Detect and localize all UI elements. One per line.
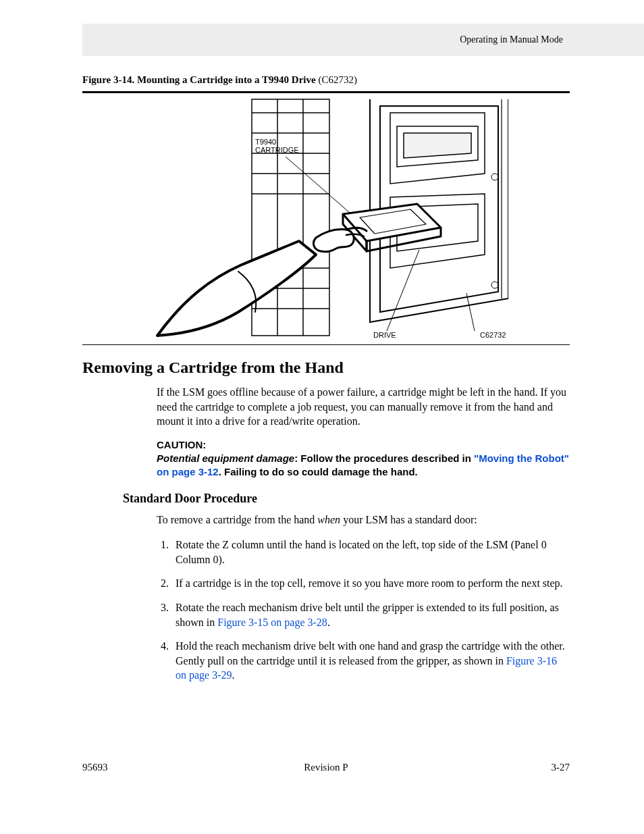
- step-4-after: .: [232, 669, 235, 681]
- caution-body-after: . Failing to do so could damage the hand…: [219, 466, 418, 477]
- svg-label-cartridge-2: CARTRIDGE: [255, 146, 299, 154]
- subheading: Standard Door Procedure: [123, 492, 570, 506]
- caution-body-before: : Follow the procedures described in: [294, 452, 474, 464]
- step-2-text: If a cartridge is in the top cell, remov…: [176, 577, 563, 589]
- svg-label-code: C62732: [480, 331, 506, 339]
- lead-in-after: your LSM has a standard door:: [340, 514, 477, 525]
- running-head-text: Operating in Manual Mode: [460, 34, 563, 45]
- svg-point-11: [491, 174, 498, 180]
- caution-warning-italic: Potential equipment damage: [157, 452, 294, 464]
- figure-caption: Figure 3-14. Mounting a Cartridge into a…: [82, 74, 570, 86]
- procedure-steps: Rotate the Z column until the hand is lo…: [157, 538, 570, 683]
- page-footer: 95693 Revision P 3-27: [82, 762, 570, 773]
- step-3: Rotate the reach mechanism drive belt un…: [171, 600, 570, 629]
- running-header: Operating in Manual Mode: [82, 24, 644, 56]
- step-1-text: Rotate the Z column until the hand is lo…: [176, 539, 547, 565]
- step-3-link[interactable]: Figure 3-15 on page 3-28: [217, 617, 327, 628]
- lead-in-before: To remove a cartridge from the hand: [157, 514, 317, 525]
- step-2: If a cartridge is in the top cell, remov…: [171, 576, 570, 591]
- caution-block: CAUTION: Potential equipment damage: Fol…: [157, 438, 570, 479]
- step-1: Rotate the Z column until the hand is lo…: [171, 538, 570, 567]
- footer-center: Revision P: [82, 762, 570, 773]
- figure-caption-code: (C62732): [316, 74, 357, 85]
- step-3-after: .: [327, 617, 330, 628]
- lead-in-ital: when: [317, 514, 340, 525]
- figure-caption-bold: Figure 3-14. Mounting a Cartridge into a…: [82, 74, 316, 85]
- svg-line-13: [286, 157, 350, 213]
- svg-rect-0: [252, 99, 329, 336]
- figure-rule-bottom: [82, 344, 570, 345]
- svg-label-cartridge-1: T9940: [255, 138, 276, 146]
- svg-line-14: [387, 250, 419, 331]
- section-heading: Removing a Cartridge from the Hand: [82, 359, 570, 377]
- caution-heading: CAUTION:: [157, 438, 570, 452]
- figure-illustration: T9940 CARTRIDGE DRIVE C62732: [82, 93, 570, 342]
- svg-point-12: [491, 282, 498, 288]
- svg-label-drive: DRIVE: [373, 331, 396, 339]
- intro-paragraph: If the LSM goes offline because of a pow…: [157, 385, 570, 429]
- svg-line-15: [466, 293, 475, 331]
- step-4: Hold the reach mechanism drive belt with…: [171, 639, 570, 683]
- procedure-lead-in: To remove a cartridge from the hand when…: [157, 513, 570, 527]
